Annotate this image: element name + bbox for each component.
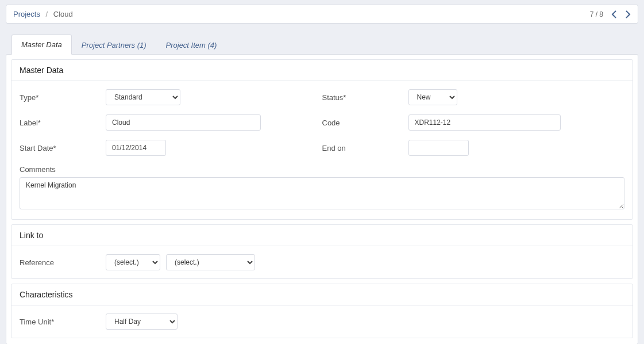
breadcrumb: Projects / Cloud [13, 10, 590, 18]
pager-prev-button[interactable] [611, 10, 617, 18]
label-status: Status* [322, 93, 408, 102]
section-title-characteristics: Characteristics [11, 284, 633, 305]
end-on-input[interactable] [408, 140, 469, 156]
header-panel: Projects / Cloud 7 / 8 [6, 5, 638, 24]
label-type: Type* [20, 93, 106, 102]
type-select[interactable]: Standard [106, 89, 180, 105]
label-start-date: Start Date* [20, 144, 106, 152]
breadcrumb-separator: / [46, 10, 48, 18]
chevron-right-icon [625, 10, 631, 18]
chevron-left-icon [611, 10, 617, 18]
comments-textarea[interactable]: Kernel Migration [20, 177, 624, 209]
status-select[interactable]: New [408, 89, 457, 105]
tab-project-item[interactable]: Project Item (4) [156, 35, 227, 55]
label-end-on: End on [322, 144, 408, 152]
reference-select-2[interactable]: (select.) [166, 254, 255, 270]
label-code: Code [322, 119, 408, 127]
pager: 7 / 8 [590, 10, 631, 18]
label-input[interactable] [106, 114, 261, 131]
section-title-master: Master Data [11, 60, 633, 81]
section-characteristics: Characteristics Time Unit* Half Day [11, 284, 633, 338]
section-title-linkto: Link to [11, 225, 633, 246]
content-panel: Master Data Type* Standard Status* New [6, 54, 638, 344]
pager-next-button[interactable] [625, 10, 631, 18]
breadcrumb-current: Cloud [53, 10, 73, 18]
breadcrumb-root-link[interactable]: Projects [13, 10, 40, 18]
time-unit-select[interactable]: Half Day [106, 314, 178, 330]
pager-text: 7 / 8 [590, 10, 603, 18]
section-link-to: Link to Reference (select.) (select.) [11, 224, 633, 279]
code-input[interactable] [408, 114, 561, 131]
tab-project-partners[interactable]: Project Partners (1) [72, 35, 156, 55]
tab-bar: Master Data Project Partners (1) Project… [6, 34, 638, 54]
start-date-input[interactable] [106, 140, 166, 156]
label-comments: Comments [20, 165, 624, 174]
tab-master-data[interactable]: Master Data [11, 35, 72, 55]
label-time-unit: Time Unit* [20, 318, 106, 326]
label-label: Label* [20, 119, 106, 127]
reference-select-1[interactable]: (select.) [106, 254, 160, 270]
section-master-data: Master Data Type* Standard Status* New [11, 59, 633, 220]
label-reference: Reference [20, 258, 106, 267]
